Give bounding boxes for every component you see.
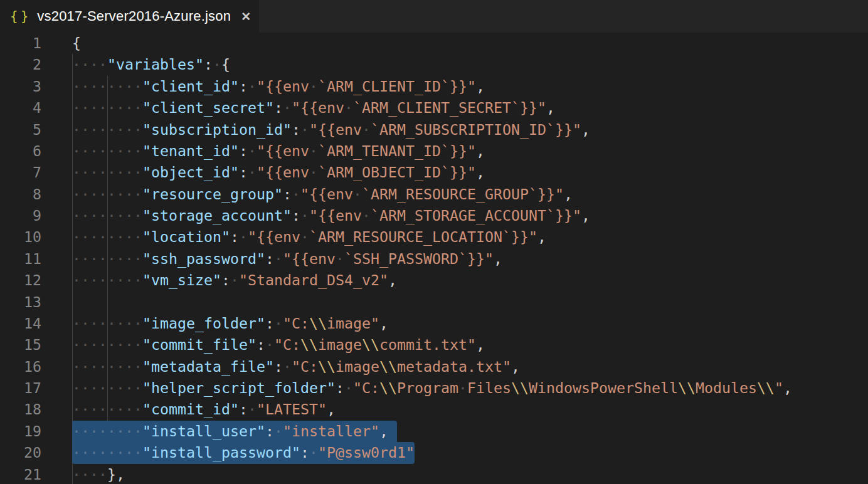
code-line[interactable]: 11········"ssh_password":·"{{env·`SSH_PA… bbox=[0, 248, 868, 270]
whitespace-dots: · bbox=[309, 164, 318, 181]
line-number[interactable]: 17 bbox=[0, 377, 41, 399]
tab-title: vs2017-Server2016-Azure.json bbox=[37, 8, 231, 24]
code-line[interactable]: 6········"tenant_id":·"{{env·`ARM_TENANT… bbox=[0, 140, 868, 162]
code-line[interactable]: 9········"storage_account":·"{{env·`ARM_… bbox=[0, 205, 868, 226]
code-token: : bbox=[239, 164, 248, 181]
line-content[interactable]: ········"helper_script_folder":·"C:\\Pro… bbox=[72, 377, 792, 399]
code-token: `ARM_TENANT_ID`}}" bbox=[318, 142, 476, 159]
code-token: : bbox=[300, 444, 309, 461]
code-line[interactable]: 3········"client_id":·"{{env·`ARM_CLIENT… bbox=[0, 76, 868, 97]
code-line[interactable]: 16········"metadata_file":·"C:\\image\\m… bbox=[0, 356, 868, 377]
line-number[interactable]: 6 bbox=[0, 140, 41, 162]
line-number[interactable]: 21 bbox=[0, 464, 41, 484]
code-token: `ARM_RESOURCE_LOCATION`}}" bbox=[309, 228, 537, 245]
code-token: `ARM_RESOURCE_GROUP`}}" bbox=[362, 186, 564, 203]
code-line[interactable]: 13 bbox=[0, 292, 868, 313]
line-content[interactable]: ········"tenant_id":·"{{env·`ARM_TENANT_… bbox=[72, 140, 485, 162]
whitespace-dots: · bbox=[230, 271, 239, 288]
line-content[interactable]: ········"image_folder":·"C:\\image", bbox=[72, 313, 388, 334]
line-number[interactable]: 5 bbox=[0, 119, 41, 140]
line-content[interactable]: ········"location":·"{{env·`ARM_RESOURCE… bbox=[72, 226, 546, 248]
close-tab-icon[interactable]: ✕ bbox=[241, 9, 251, 24]
code-line[interactable]: 5········"subscription_id":·"{{env·`ARM_… bbox=[0, 119, 868, 140]
code-token: "client_secret" bbox=[142, 99, 274, 116]
code-token: , bbox=[564, 186, 573, 203]
code-token: , bbox=[327, 401, 336, 418]
line-content[interactable]: ········"resource_group":·"{{env·`ARM_RE… bbox=[72, 184, 573, 205]
code-token: "{{env bbox=[292, 99, 344, 116]
code-line[interactable]: 8········"resource_group":·"{{env·`ARM_R… bbox=[0, 184, 868, 205]
code-token: Files bbox=[467, 379, 511, 396]
line-number[interactable]: 1 bbox=[0, 33, 41, 54]
line-number[interactable]: 12 bbox=[0, 270, 41, 291]
line-number[interactable]: 11 bbox=[0, 248, 41, 270]
line-content[interactable]: ········"subscription_id":·"{{env·`ARM_S… bbox=[72, 119, 590, 140]
whitespace-dots: ········ bbox=[72, 444, 142, 461]
line-number[interactable]: 13 bbox=[0, 292, 41, 313]
line-number[interactable]: 2 bbox=[0, 54, 41, 75]
code-token: , bbox=[581, 121, 590, 138]
code-token: \\ bbox=[318, 358, 336, 375]
line-content[interactable]: ····"variables":·{ bbox=[72, 54, 230, 75]
code-token: image bbox=[318, 336, 362, 353]
code-line[interactable]: 21····}, bbox=[0, 464, 868, 484]
line-number[interactable]: 9 bbox=[0, 205, 41, 226]
line-number[interactable]: 18 bbox=[0, 399, 41, 420]
whitespace-dots: · bbox=[274, 423, 283, 439]
line-number[interactable]: 14 bbox=[0, 313, 41, 334]
code-token: : bbox=[239, 401, 248, 418]
code-token: `ARM_CLIENT_SECRET`}}" bbox=[353, 99, 546, 116]
line-content[interactable]: { bbox=[72, 33, 81, 54]
line-number[interactable]: 15 bbox=[0, 334, 41, 355]
line-content[interactable]: ········"commit_id":·"LATEST", bbox=[72, 399, 336, 420]
line-content[interactable]: ········"install_user":·"installer", bbox=[72, 421, 388, 442]
code-line[interactable]: 12········"vm_size":·"Standard_DS4_v2", bbox=[0, 270, 868, 291]
code-line[interactable]: 19········"install_user":·"installer", bbox=[0, 421, 868, 442]
code-line[interactable]: 15········"commit_file":·"C:\\image\\com… bbox=[0, 334, 868, 355]
code-line[interactable]: 18········"commit_id":·"LATEST", bbox=[0, 399, 868, 420]
code-line[interactable]: 20········"install_password":·"P@ssw0rd1… bbox=[0, 442, 868, 463]
whitespace-dots: ········ bbox=[72, 423, 142, 439]
line-content[interactable]: ········"client_secret":·"{{env·`ARM_CLI… bbox=[72, 97, 555, 118]
code-line[interactable]: 10········"location":·"{{env·`ARM_RESOUR… bbox=[0, 226, 868, 248]
code-line[interactable]: 17········"helper_script_folder":·"C:\\P… bbox=[0, 377, 868, 399]
whitespace-dots: · bbox=[362, 207, 371, 224]
whitespace-dots: · bbox=[309, 78, 318, 95]
code-line[interactable]: 14········"image_folder":·"C:\\image", bbox=[0, 313, 868, 334]
code-token: `SSH_PASSWORD`}}" bbox=[344, 250, 494, 267]
code-line[interactable]: 2····"variables":·{ bbox=[0, 54, 868, 75]
line-number[interactable]: 4 bbox=[0, 97, 41, 118]
tab-file[interactable]: {} vs2017-Server2016-Azure.json ✕ bbox=[0, 0, 259, 33]
code-token: : bbox=[257, 336, 265, 353]
line-content[interactable]: ········"object_id":·"{{env·`ARM_OBJECT_… bbox=[72, 162, 485, 183]
code-token: "C: bbox=[274, 336, 300, 353]
code-token: "install_password" bbox=[142, 444, 300, 461]
line-content[interactable]: ········"vm_size":·"Standard_DS4_v2", bbox=[72, 270, 397, 291]
editor[interactable]: 1{2····"variables":·{3········"client_id… bbox=[0, 33, 868, 484]
line-number[interactable]: 8 bbox=[0, 184, 41, 205]
line-content[interactable]: ········"commit_file":·"C:\\image\\commi… bbox=[72, 334, 485, 355]
line-number[interactable]: 19 bbox=[0, 421, 41, 442]
whitespace-dots: ········ bbox=[72, 186, 142, 203]
line-number[interactable]: 10 bbox=[0, 226, 41, 248]
code-line[interactable]: 1{ bbox=[0, 33, 868, 54]
line-number[interactable]: 7 bbox=[0, 162, 41, 183]
line-content[interactable]: ····}, bbox=[72, 464, 125, 484]
code-token: : bbox=[265, 423, 274, 439]
line-content[interactable]: ········"ssh_password":·"{{env·`SSH_PASS… bbox=[72, 248, 502, 270]
code-token: : bbox=[239, 78, 248, 95]
code-line[interactable]: 7········"object_id":·"{{env·`ARM_OBJECT… bbox=[0, 162, 868, 183]
line-content[interactable]: ········"metadata_file":·"C:\\image\\met… bbox=[72, 356, 520, 377]
code-token: "{{env bbox=[309, 207, 362, 224]
line-content[interactable]: ········"install_password":·"P@ssw0rd1" bbox=[72, 442, 415, 463]
line-number[interactable]: 16 bbox=[0, 356, 41, 377]
line-content[interactable]: ········"storage_account":·"{{env·`ARM_S… bbox=[72, 205, 590, 226]
code-token: : bbox=[336, 379, 344, 396]
line-content[interactable]: ········"client_id":·"{{env·`ARM_CLIENT_… bbox=[72, 76, 485, 97]
whitespace-dots: · bbox=[300, 228, 309, 245]
line-number[interactable]: 20 bbox=[0, 442, 41, 463]
line-number[interactable]: 3 bbox=[0, 76, 41, 97]
code-token: \\ bbox=[379, 379, 397, 396]
code-token: `ARM_SUBSCRIPTION_ID`}}" bbox=[371, 121, 581, 138]
code-line[interactable]: 4········"client_secret":·"{{env·`ARM_CL… bbox=[0, 97, 868, 118]
